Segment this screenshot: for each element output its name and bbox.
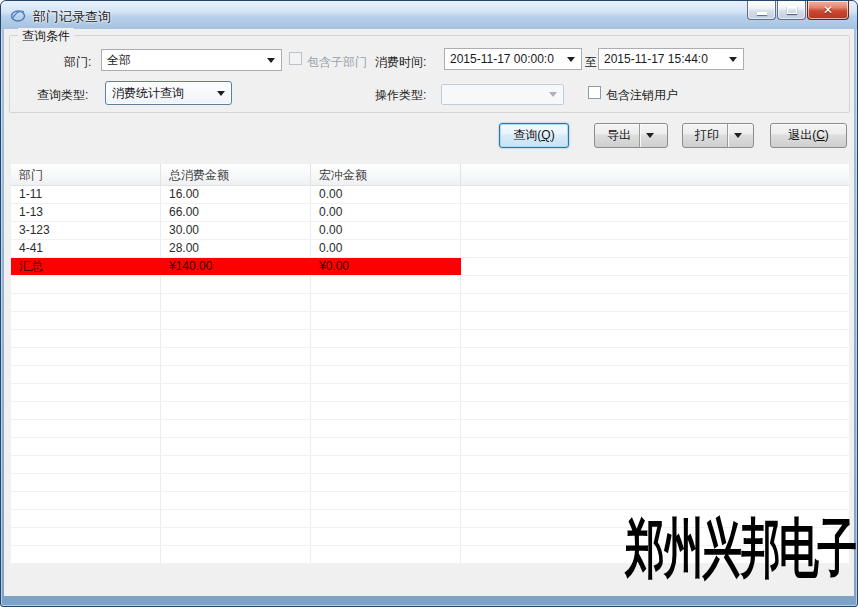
query-type-value: 消费统计查询 <box>106 85 215 102</box>
table-row[interactable]: 4-4128.000.00 <box>11 240 849 258</box>
table-cell <box>11 366 161 383</box>
table-row[interactable]: 1-1116.000.00 <box>11 186 849 204</box>
table-cell <box>311 276 461 293</box>
table-row[interactable]: 1-1366.000.00 <box>11 204 849 222</box>
chevron-down-icon <box>646 133 654 138</box>
table-cell <box>161 546 311 563</box>
table-cell <box>311 294 461 311</box>
table-cell <box>161 312 311 329</box>
minimize-icon <box>757 12 767 15</box>
table-cell <box>11 474 161 491</box>
operation-type-combo <box>441 84 564 105</box>
empty-row <box>11 474 849 492</box>
table-cell <box>161 366 311 383</box>
table-cell: 30.00 <box>161 222 311 239</box>
table-cell <box>461 474 849 491</box>
table-cell <box>11 330 161 347</box>
table-cell <box>11 402 161 419</box>
export-dropdown-toggle[interactable] <box>640 133 660 138</box>
table-cell <box>11 546 161 563</box>
table-cell <box>161 492 311 509</box>
client-area: 查询条件 部门: 全部 包含子部门 消费时间: 2015-11-17 00:00… <box>4 29 854 596</box>
empty-row <box>11 348 849 366</box>
consume-time-label: 消费时间: <box>375 54 426 71</box>
table-cell <box>311 312 461 329</box>
department-combo[interactable]: 全部 <box>101 49 282 71</box>
exit-button[interactable]: 退出(C) <box>770 123 847 148</box>
include-subdept-label: 包含子部门 <box>307 54 367 71</box>
column-header-department[interactable]: 部门 <box>11 164 161 185</box>
empty-row <box>11 330 849 348</box>
department-label: 部门: <box>64 54 91 71</box>
table-cell <box>11 276 161 293</box>
table-cell <box>461 240 849 257</box>
table-cell <box>11 456 161 473</box>
table-row[interactable]: 3-12330.000.00 <box>11 222 849 240</box>
print-dropdown-toggle[interactable] <box>728 133 748 138</box>
chevron-down-icon <box>734 133 742 138</box>
maximize-button[interactable] <box>777 1 806 20</box>
table-cell <box>161 276 311 293</box>
chevron-down-icon <box>267 58 275 63</box>
table-cell <box>461 438 849 455</box>
empty-row <box>11 276 849 294</box>
close-button[interactable]: ✕ <box>807 1 849 20</box>
include-cancelled-checkbox[interactable] <box>588 86 601 99</box>
table-cell <box>461 258 849 275</box>
table-cell <box>461 294 849 311</box>
table-cell <box>161 330 311 347</box>
table-cell <box>11 312 161 329</box>
title-bar[interactable]: 部门记录查询 ✕ <box>1 1 857 29</box>
table-cell: 0.00 <box>311 240 461 257</box>
table-cell <box>11 294 161 311</box>
table-cell <box>161 510 311 527</box>
table-cell <box>311 546 461 563</box>
close-icon: ✕ <box>808 3 848 17</box>
time-from-value: 2015-11-17 00:00:0 <box>445 52 565 66</box>
table-cell: 3-123 <box>11 222 161 239</box>
empty-row <box>11 294 849 312</box>
table-cell <box>311 330 461 347</box>
chevron-down-icon <box>567 57 575 62</box>
table-cell <box>461 384 849 401</box>
table-cell <box>311 366 461 383</box>
table-cell <box>311 384 461 401</box>
print-split-button[interactable]: 打印 <box>682 123 754 148</box>
column-header-flush-amount[interactable]: 宏冲金额 <box>311 164 461 185</box>
window-controls: ✕ <box>747 1 849 21</box>
table-cell: 66.00 <box>161 204 311 221</box>
table-cell <box>311 492 461 509</box>
table-cell <box>461 276 849 293</box>
table-cell <box>161 438 311 455</box>
table-cell <box>461 312 849 329</box>
table-cell <box>161 384 311 401</box>
column-header-total-amount[interactable]: 总消费金额 <box>161 164 311 185</box>
table-cell: 汇总 <box>11 258 161 275</box>
table-cell <box>461 204 849 221</box>
minimize-button[interactable] <box>747 1 776 20</box>
table-cell <box>161 402 311 419</box>
table-cell <box>11 492 161 509</box>
table-cell <box>311 474 461 491</box>
column-header-filler <box>461 164 849 185</box>
include-subdept-checkbox <box>289 52 302 65</box>
query-conditions-title: 查询条件 <box>18 28 74 45</box>
print-button-label: 打印 <box>695 127 719 144</box>
export-split-button[interactable]: 导出 <box>594 123 668 148</box>
summary-row[interactable]: 汇总¥140.00¥0.00 <box>11 258 849 276</box>
query-button[interactable]: 查询(Q) <box>499 123 569 148</box>
table-cell <box>311 528 461 545</box>
table-cell <box>161 474 311 491</box>
table-cell <box>11 510 161 527</box>
results-table: 部门 总消费金额 宏冲金额 1-1116.000.001-1366.000.00… <box>11 164 849 564</box>
time-to-picker[interactable]: 2015-11-17 15:44:0 <box>598 48 744 70</box>
table-cell <box>11 528 161 545</box>
time-from-picker[interactable]: 2015-11-17 00:00:0 <box>444 48 582 70</box>
table-cell: 0.00 <box>311 186 461 203</box>
table-cell <box>161 294 311 311</box>
table-cell: 1-13 <box>11 204 161 221</box>
empty-row <box>11 402 849 420</box>
table-cell <box>161 528 311 545</box>
query-type-combo[interactable]: 消费统计查询 <box>105 81 232 105</box>
chevron-down-icon <box>729 57 737 62</box>
